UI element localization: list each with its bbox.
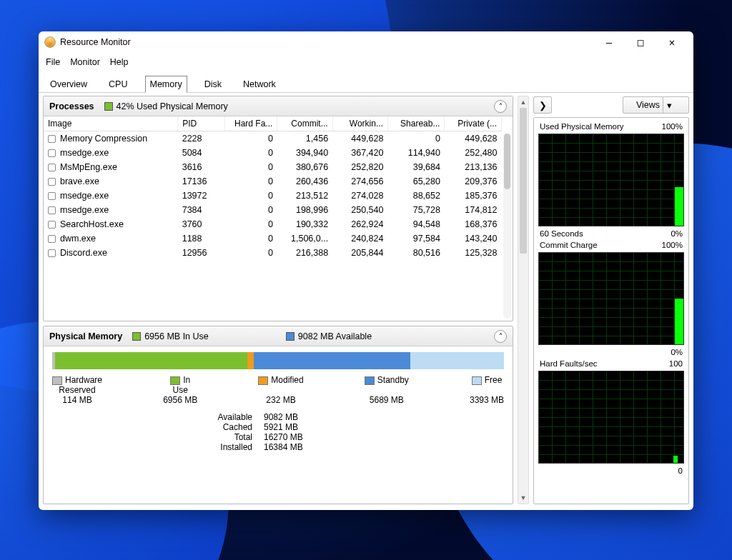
collapse-icon[interactable]: ˄ [494, 330, 507, 343]
square-icon [52, 376, 62, 385]
left-pane-scrollbar[interactable]: ▲ ▼ [518, 96, 529, 504]
scroll-up-icon[interactable]: ▲ [518, 96, 528, 108]
mem-seg-inuse [55, 352, 247, 369]
processes-title: Processes [49, 101, 94, 111]
scroll-down-icon[interactable]: ▼ [518, 492, 528, 504]
legend-modified: Modified 232 MB [258, 375, 303, 405]
maximize-button[interactable]: □ [625, 32, 656, 52]
graph-commit-title: Commit Charge [540, 241, 598, 249]
table-row[interactable]: dwm.exe 1188 0 1,506,0... 240,824 97,584… [44, 231, 502, 246]
processes-header[interactable]: Processes 42% Used Physical Memory ˄ [44, 96, 513, 116]
scrollbar-thumb[interactable] [520, 108, 527, 254]
titlebar[interactable]: Resource Monitor — □ ✕ [39, 31, 693, 53]
memory-stats: Available9082 MB Cached5921 MB Total1627… [209, 412, 504, 452]
physmem-title: Physical Memory [49, 331, 122, 341]
graph-hard-title: Hard Faults/sec [540, 359, 598, 368]
row-checkbox[interactable] [48, 135, 56, 143]
table-row[interactable]: msedge.exe 7384 0 198,996 250,540 75,728… [44, 203, 502, 217]
graph-hard [538, 371, 684, 464]
tab-network[interactable]: Network [239, 76, 280, 92]
graphs-panel: Used Physical Memory100% 60 Seconds0% Co… [533, 117, 689, 504]
row-checkbox[interactable] [48, 249, 56, 257]
menu-monitor[interactable]: Monitor [70, 57, 100, 67]
graph-commit [538, 252, 684, 345]
available-chip: 9082 MB Available [286, 331, 372, 341]
row-checkbox[interactable] [48, 192, 56, 200]
table-row[interactable]: Discord.exe 12956 0 216,388 205,844 80,5… [44, 246, 502, 260]
row-checkbox[interactable] [48, 206, 56, 214]
minimize-button[interactable]: — [593, 32, 625, 52]
table-row[interactable]: msedge.exe 5084 0 394,940 367,420 114,94… [44, 146, 502, 160]
views-dropdown[interactable]: Views ▾ [623, 96, 689, 114]
square-icon [170, 376, 180, 385]
row-checkbox[interactable] [48, 235, 56, 243]
table-row[interactable]: SearchHost.exe 3760 0 190,332 262,924 94… [44, 217, 502, 231]
table-header-row[interactable]: Image PID Hard Fa... Commit... Workin...… [44, 116, 502, 131]
tabbar: Overview CPU Memory Disk Network [39, 71, 693, 93]
row-checkbox[interactable] [48, 164, 56, 171]
in-use-chip: 6956 MB In Use [132, 331, 209, 341]
table-row[interactable]: brave.exe 17136 0 260,436 274,656 65,280… [44, 174, 502, 189]
processes-panel: Processes 42% Used Physical Memory ˄ Ima… [43, 96, 513, 321]
col-shareable[interactable]: Shareab... [387, 116, 445, 131]
processes-table: Image PID Hard Fa... Commit... Workin...… [44, 116, 502, 260]
tab-cpu[interactable]: CPU [104, 76, 132, 92]
legend-free: Free 3393 MB [470, 375, 504, 405]
square-icon [365, 376, 375, 385]
col-hardfaults[interactable]: Hard Fa... [225, 116, 277, 131]
square-icon [132, 332, 141, 341]
mem-seg-standby [254, 352, 410, 369]
processes-scrollbar[interactable] [503, 134, 511, 319]
square-icon [258, 376, 268, 385]
col-working[interactable]: Workin... [332, 116, 387, 131]
square-icon [104, 102, 113, 111]
legend-inuse: In Use 6956 MB [163, 375, 197, 405]
row-checkbox[interactable] [48, 178, 56, 186]
close-button[interactable]: ✕ [656, 32, 688, 52]
physical-memory-panel: Physical Memory 6956 MB In Use 9082 MB A… [43, 326, 513, 504]
table-row[interactable]: MsMpEng.exe 3616 0 380,676 252,820 39,68… [44, 160, 502, 174]
graph-used-title: Used Physical Memory [540, 122, 624, 131]
window-title: Resource Monitor [60, 37, 131, 47]
square-icon [286, 332, 295, 341]
tab-memory[interactable]: Memory [145, 76, 187, 93]
app-icon [44, 36, 56, 48]
collapse-icon[interactable]: ˄ [494, 100, 507, 113]
row-checkbox[interactable] [48, 221, 56, 229]
tab-overview[interactable]: Overview [46, 76, 92, 92]
col-private[interactable]: Private (... [445, 116, 502, 131]
col-commit[interactable]: Commit... [277, 116, 332, 131]
table-row[interactable]: Memory Compression 2228 0 1,456 449,628 … [44, 131, 502, 146]
square-icon [472, 376, 482, 385]
memory-bar-chart [52, 352, 504, 369]
legend-standby: Standby 5689 MB [365, 375, 409, 405]
legend-hardware: Hardware Reserved 114 MB [52, 375, 102, 405]
processes-badge: 42% Used Physical Memory [104, 101, 228, 111]
menu-help[interactable]: Help [110, 57, 129, 67]
row-checkbox[interactable] [48, 149, 56, 157]
tab-disk[interactable]: Disk [200, 76, 226, 92]
table-row[interactable]: msedge.exe 13972 0 213,512 274,028 88,65… [44, 189, 502, 203]
physmem-header[interactable]: Physical Memory 6956 MB In Use 9082 MB A… [44, 326, 513, 346]
mem-seg-free [410, 352, 504, 369]
menu-file[interactable]: File [46, 57, 60, 67]
graph-used [538, 134, 684, 226]
expand-right-button[interactable]: ❯ [533, 96, 552, 114]
chevron-down-icon[interactable]: ▾ [663, 97, 676, 113]
resource-monitor-window: Resource Monitor — □ ✕ File Monitor Help… [39, 31, 693, 510]
menubar: File Monitor Help [39, 53, 693, 71]
col-pid[interactable]: PID [178, 116, 225, 131]
mem-seg-modified [247, 352, 254, 369]
